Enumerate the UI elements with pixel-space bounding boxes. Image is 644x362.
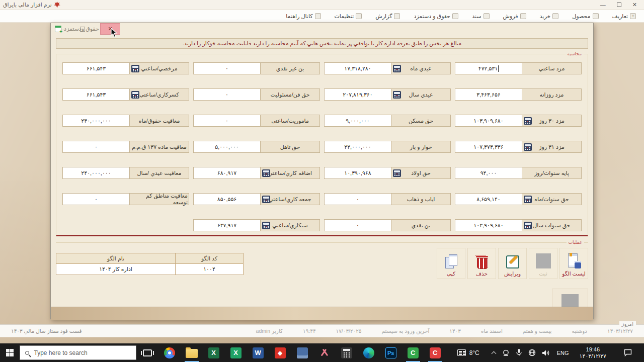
field-value-input[interactable]: ۲۰۷,۸۱۹,۳۶۰ — [324, 88, 391, 101]
notification-icon — [624, 349, 632, 356]
menu-item-label: سند — [472, 13, 481, 20]
field-label-text: مرخصي/ساعتي — [141, 65, 177, 72]
red-diamond-app-icon[interactable]: ◆ — [269, 343, 291, 362]
field-label: مزد ۳۱ روز — [522, 141, 582, 153]
file-explorer-icon[interactable] — [181, 343, 203, 362]
camtasia-recorder-icon[interactable]: C — [424, 343, 446, 362]
excel-icon[interactable]: X — [203, 343, 225, 362]
edit-button[interactable]: ويرايش — [498, 248, 527, 279]
field-value-input[interactable]: ۱۰۳,۹۰۹,۶۸۰ — [455, 219, 522, 231]
start-button[interactable] — [0, 343, 20, 362]
menu-item-settings[interactable]: تنظيمات — [335, 13, 362, 20]
field-value-input[interactable]: ۳,۴۶۳,۶۵۶ — [455, 88, 522, 101]
field-value-input[interactable]: ۸,۶۵۹,۱۴۰ — [455, 193, 522, 205]
menu-item-product[interactable]: محصول — [572, 13, 598, 20]
field-value-input[interactable]: ۲۴۰,۰۰۰,۰۰۰ — [62, 167, 129, 179]
close-button[interactable]: ✕ — [632, 2, 637, 8]
field-value-input[interactable]: ۲۲,۰۰۰,۰۰۰ — [324, 141, 391, 153]
menu-item-reports[interactable]: گزارش — [375, 13, 400, 20]
task-view-button[interactable] — [136, 343, 158, 362]
table-row[interactable]: ۱۰۰۴ اداره كار ۱۴۰۴ — [56, 264, 244, 275]
calculator-icon[interactable] — [524, 143, 532, 151]
onedrive-icon[interactable] — [502, 349, 510, 356]
volume-icon[interactable] — [542, 349, 550, 356]
edge-icon[interactable] — [358, 343, 380, 362]
field-value-input[interactable]: ۰ — [324, 219, 391, 231]
calculator-icon[interactable] — [262, 169, 270, 177]
word-icon[interactable]: W — [247, 343, 269, 362]
calculator-icon[interactable] — [393, 91, 401, 99]
minimize-button[interactable]: — — [600, 2, 606, 8]
field-value-input[interactable]: ۶۸۰,۹۱۷ — [193, 167, 260, 179]
field-value-input[interactable]: ۶۳۷,۹۱۷ — [193, 219, 260, 231]
snipping-tool-icon[interactable] — [313, 343, 336, 362]
field-value-input[interactable]: ۱۰,۳۹۰,۹۶۸ — [324, 167, 391, 179]
notification-center-button[interactable] — [617, 343, 639, 362]
menu-item-label: گزارش — [375, 13, 392, 20]
field-value-input[interactable]: ۸۵۰,۵۵۶ — [193, 193, 260, 205]
field-value-input[interactable]: ۴۷۲,۵۳۱ — [455, 62, 522, 74]
language-indicator[interactable]: ENG — [557, 350, 569, 356]
tray-expand-icon[interactable] — [491, 351, 496, 356]
dialog-close-button[interactable]: ✕ — [100, 23, 120, 35]
template-table[interactable]: كد الگو نام الگو ۱۰۰۴ اداره كار ۱۴۰۴ — [56, 253, 244, 275]
field-value-input[interactable]: ۱۰۷,۳۷۳,۳۳۶ — [455, 141, 522, 153]
company-fiscal-year: فست فود ممتاز سال مالي ۱۴۰۳ — [11, 328, 82, 334]
template-code-cell[interactable]: ۱۰۰۴ — [176, 264, 244, 275]
dialog-minimize-button[interactable]: — — [61, 26, 67, 32]
field-value-input[interactable]: ۱۷,۳۱۸,۲۸۰ — [324, 62, 391, 74]
calculator-icon[interactable] — [131, 65, 139, 72]
menu-item-definitions[interactable]: +تعاريف — [612, 13, 636, 20]
definitions-icon: + — [630, 13, 636, 19]
calculator-icon[interactable] — [524, 117, 532, 125]
calculator-app-icon[interactable] — [336, 343, 358, 362]
field-value-input[interactable]: ۱۰۳,۹۰۹,۶۸۰ — [455, 115, 522, 127]
field-value-input[interactable]: ۹۴,۰۰۰ — [455, 167, 522, 179]
menu-item-label: كانال راهنما — [286, 13, 312, 20]
menu-item-help-channel[interactable]: كانال راهنما — [286, 13, 320, 20]
field-value-input[interactable]: ۰ — [193, 115, 260, 127]
calculator-icon[interactable] — [262, 196, 270, 203]
calculator-icon[interactable] — [393, 65, 401, 72]
field-value-input[interactable]: ۰ — [324, 193, 391, 205]
field-value-input[interactable]: ۶۶۱,۵۴۳ — [62, 62, 129, 74]
delete-button[interactable]: حذف — [467, 248, 496, 279]
calculator-icon[interactable] — [262, 222, 270, 229]
field-value-input[interactable]: ۰ — [193, 88, 260, 101]
camtasia-icon[interactable]: C — [402, 343, 424, 362]
field-value-input[interactable]: ۰ — [62, 141, 129, 153]
copy-button[interactable]: كپي — [437, 248, 465, 279]
calculator-icon[interactable] — [524, 196, 532, 203]
photoshop-icon[interactable]: Ps — [380, 343, 402, 362]
dialog-titlebar[interactable]: حقوق ودستمزد — ✕ — [51, 23, 593, 36]
maximize-button[interactable] — [617, 3, 621, 7]
calculator-icon[interactable] — [524, 222, 532, 229]
field-column: مرخصي/ساعتي۶۶۱,۵۴۳كسركاري/ساعتي۶۶۱,۵۴۳مع… — [62, 62, 189, 231]
field-value-input[interactable]: ۲۴۰,۰۰۰,۰۰۰ — [62, 115, 129, 127]
menu-item-purchase[interactable]: خريد — [540, 13, 559, 20]
field-value-input[interactable]: ۹,۰۰۰,۰۰۰ — [324, 115, 391, 127]
menu-item-voucher[interactable]: سند — [472, 13, 489, 20]
weather-widget[interactable]: 8°C — [451, 349, 486, 356]
field-value-input[interactable]: ۰ — [193, 62, 260, 74]
taskbar-search-input[interactable]: Type here to search — [20, 345, 136, 360]
dialog-maximize-button[interactable] — [80, 27, 85, 32]
microphone-icon[interactable] — [516, 349, 522, 356]
field-value-input[interactable]: ۵,۰۰۰,۰۰۰ — [193, 141, 260, 153]
field-value-input[interactable]: ۶۶۱,۵۴۳ — [62, 88, 129, 101]
field-value-input[interactable]: ۰ — [62, 193, 129, 205]
calculator-icon[interactable] — [393, 169, 401, 177]
field-label: عيدي ماه — [391, 62, 451, 74]
menu-item-sales[interactable]: فروش — [503, 13, 526, 20]
excel-green-icon[interactable]: X — [225, 343, 247, 362]
calculator-icon[interactable] — [131, 91, 139, 99]
field-row: معافيت ماده ۱۳۷ ق.م.م۰ — [62, 141, 189, 153]
taskbar-clock[interactable]: 19:46 ۱۴۰۳/۱۲/۲۷ — [576, 346, 610, 359]
menu-item-label: فروش — [503, 13, 518, 20]
chrome-icon[interactable] — [158, 343, 181, 362]
template-name-cell[interactable]: اداره كار ۱۴۰۴ — [56, 264, 176, 275]
network-globe-icon[interactable] — [528, 349, 536, 356]
blue-app-icon[interactable] — [291, 343, 313, 362]
template-list-button[interactable]: ليست الگو — [559, 248, 588, 279]
menu-item-payroll[interactable]: حقوق و دستمزد — [414, 13, 458, 20]
